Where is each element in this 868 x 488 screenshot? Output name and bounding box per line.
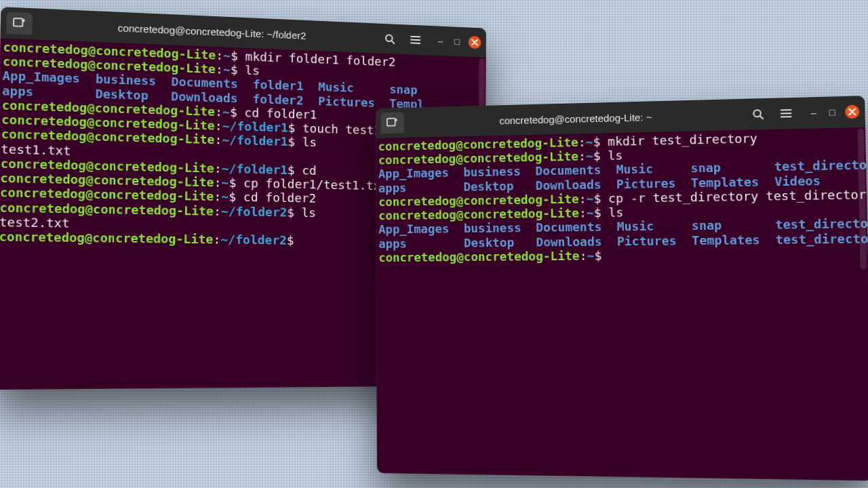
maximize-button[interactable]: □ (827, 106, 838, 118)
new-tab-button[interactable] (6, 12, 33, 35)
close-button[interactable] (845, 105, 860, 119)
svg-rect-1 (14, 18, 22, 26)
window-title: concretedog@concretedog-Lite: ~/folder2 (43, 18, 374, 43)
terminal-window-home[interactable]: concretedog@concretedog-Lite: ~ – □ conc… (376, 96, 868, 481)
search-icon[interactable] (378, 28, 401, 49)
window-title: concretedog@concretedog-Lite: ~ (414, 108, 742, 127)
hamburger-menu-icon[interactable] (404, 30, 426, 50)
maximize-button[interactable]: □ (452, 37, 462, 47)
close-button[interactable] (469, 36, 481, 49)
new-tab-button[interactable] (380, 113, 403, 134)
svg-rect-3 (387, 119, 395, 126)
minimize-button[interactable]: – (435, 36, 446, 47)
hamburger-menu-icon[interactable] (774, 103, 798, 124)
ls-output: App_ImagesappsbusinessDesktopDocumentsDo… (378, 216, 865, 250)
terminal-body[interactable]: concretedog@concretedog-Lite:~$ mkdir te… (376, 127, 868, 481)
search-icon[interactable] (746, 104, 770, 125)
minimize-button[interactable]: – (808, 107, 819, 119)
